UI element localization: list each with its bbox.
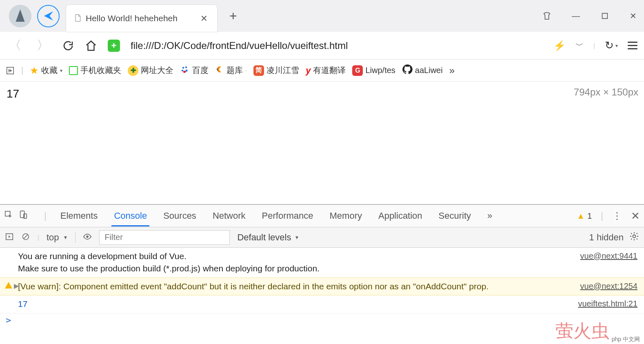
- tab-memory[interactable]: Memory: [327, 206, 364, 226]
- tab-sources[interactable]: Sources: [161, 206, 199, 226]
- bookmark-mobile-fav[interactable]: 手机收藏夹: [69, 65, 121, 76]
- warning-triangle-icon: ▲: [577, 211, 585, 221]
- browser-tab[interactable]: Hello World! heheheheh ×: [66, 5, 217, 32]
- shirt-icon[interactable]: [538, 8, 555, 24]
- log-levels-selector[interactable]: Default levels▼: [237, 232, 299, 243]
- nav-forward-button[interactable]: 〉: [34, 37, 51, 54]
- devtools-close-button[interactable]: ✕: [631, 210, 640, 222]
- bookmarks-bar: | ★收藏▾ 手机收藏夹 ✚网址大全 百度 题库- 简凌川江雪 y有道翻译 GL…: [0, 60, 644, 82]
- svg-point-3: [182, 67, 184, 69]
- tab-title: Hello World! heheheheh: [86, 13, 194, 23]
- tiku-icon: [215, 65, 224, 76]
- console-info-message: vue@next:9441 You are running a developm…: [0, 248, 644, 277]
- hidden-count: 1 hidden: [589, 232, 624, 243]
- svg-point-6: [186, 69, 188, 71]
- devtools-panel: | Elements Console Sources Network Perfo…: [0, 204, 644, 344]
- bookmark-favorites[interactable]: ★收藏▾: [30, 65, 62, 76]
- warnings-badge[interactable]: ▲1: [577, 211, 592, 221]
- console-warning-message: ▶ vue@next:1254 [Vue warn]: Component em…: [0, 277, 644, 295]
- bookmark-aaliwei[interactable]: aaLiwei: [402, 64, 443, 77]
- file-icon: [73, 14, 82, 23]
- console-output: vue@next:9441 You are running a developm…: [0, 248, 644, 344]
- tab-close-button[interactable]: ×: [198, 12, 210, 25]
- bookmark-liwp[interactable]: GLiwp/tes: [352, 65, 395, 76]
- svg-point-4: [185, 67, 187, 68]
- device-toggle-icon[interactable]: [19, 210, 28, 222]
- svg-point-13: [87, 235, 89, 238]
- nav-back-button[interactable]: 〈: [7, 37, 24, 54]
- window-close-button[interactable]: ✕: [626, 8, 641, 24]
- window-maximize-button[interactable]: [596, 8, 613, 24]
- bookmark-baidu[interactable]: 百度: [180, 64, 209, 76]
- console-play-icon[interactable]: [5, 232, 14, 242]
- bookmark-youdao[interactable]: y有道翻译: [306, 65, 346, 76]
- console-prompt[interactable]: >: [0, 313, 644, 327]
- reload-button[interactable]: [62, 40, 74, 52]
- menu-button[interactable]: [628, 42, 637, 49]
- profile-avatar[interactable]: [9, 5, 31, 27]
- bolt-icon[interactable]: ⚡: [553, 40, 566, 51]
- security-shield-icon[interactable]: +: [108, 40, 120, 52]
- context-selector[interactable]: top▼: [47, 232, 76, 243]
- dimensions-label: 794px × 150px: [574, 87, 638, 98]
- page-viewport: 17 794px × 150px: [0, 82, 644, 204]
- tab-elements[interactable]: Elements: [58, 206, 100, 226]
- tab-console[interactable]: Console: [111, 206, 149, 226]
- baidu-icon: [180, 64, 190, 76]
- console-log-message: vueiftest.html:21 17: [0, 295, 644, 313]
- tab-application[interactable]: Application: [376, 206, 425, 226]
- svg-point-5: [182, 70, 183, 71]
- gitee-icon: G: [352, 65, 363, 76]
- youdao-icon: y: [306, 65, 311, 76]
- inspect-element-icon[interactable]: [4, 210, 13, 222]
- restore-button[interactable]: ↻▾: [605, 39, 618, 52]
- compass-icon[interactable]: [37, 5, 60, 27]
- message-source-link[interactable]: vue@next:9441: [580, 250, 637, 262]
- jianshu-icon: 简: [253, 65, 264, 76]
- window-minimize-button[interactable]: —: [568, 8, 584, 24]
- message-source-link[interactable]: vueiftest.html:21: [578, 298, 637, 310]
- home-button[interactable]: [85, 40, 97, 52]
- tab-network[interactable]: Network: [210, 206, 248, 226]
- svg-point-7: [183, 71, 186, 73]
- mobile-icon: [69, 66, 78, 75]
- tabs-overflow[interactable]: »: [485, 206, 495, 226]
- console-clear-button[interactable]: [21, 232, 30, 242]
- bookmarks-overflow-button[interactable]: »: [449, 65, 455, 76]
- star-icon: ★: [30, 65, 39, 76]
- console-toolbar: | top▼ Default levels▼ 1 hidden: [0, 227, 644, 248]
- bookmark-lingchuan[interactable]: 简凌川江雪: [253, 65, 299, 76]
- browser-tabstrip: Hello World! heheheheh × + — ✕: [0, 0, 644, 32]
- github-icon: [402, 64, 413, 77]
- console-settings-button[interactable]: [629, 231, 639, 244]
- 360-icon: ✚: [128, 65, 138, 76]
- svg-rect-1: [602, 13, 608, 19]
- devtools-menu-button[interactable]: ⋮: [612, 210, 622, 222]
- bookmark-site-daquan[interactable]: ✚网址大全: [128, 65, 173, 76]
- url-text[interactable]: file:///D:/OK/Code/frontEnd/vueHello/vue…: [131, 40, 543, 51]
- new-tab-button[interactable]: +: [229, 9, 237, 24]
- tab-performance[interactable]: Performance: [260, 206, 316, 226]
- bookmark-tiku[interactable]: 题库-: [215, 65, 247, 76]
- devtools-extension-icon[interactable]: [6, 66, 15, 75]
- tab-security[interactable]: Security: [436, 206, 473, 226]
- svg-point-14: [633, 235, 636, 237]
- chevron-down-icon[interactable]: ﹀: [575, 40, 584, 51]
- expand-arrow-icon[interactable]: ▶: [14, 281, 19, 291]
- live-expression-icon[interactable]: [83, 232, 92, 242]
- message-source-link[interactable]: vue@next:1254: [580, 280, 637, 292]
- address-bar: 〈 〉 + file:///D:/OK/Code/frontEnd/vueHel…: [0, 32, 644, 60]
- counter-value: 17: [7, 87, 637, 100]
- devtools-tabs: | Elements Console Sources Network Perfo…: [0, 205, 644, 227]
- console-filter-input[interactable]: [99, 230, 230, 245]
